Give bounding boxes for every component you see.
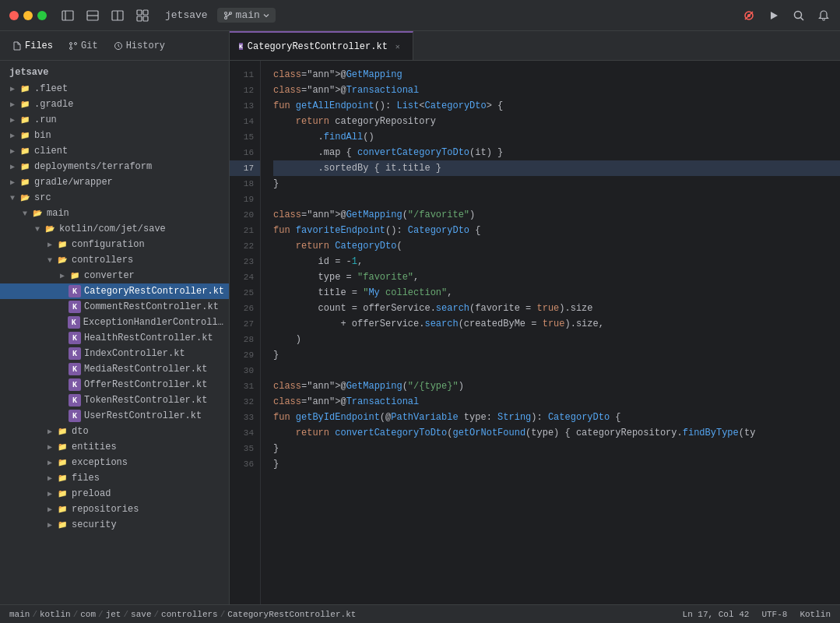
tree-item-label: UserRestController.kt [84, 410, 202, 421]
svg-rect-6 [137, 10, 142, 15]
tree-item-configuration[interactable]: ▶📁configuration [0, 237, 229, 252]
breadcrumb-item-6[interactable]: CategoryRestController.kt [227, 610, 356, 619]
search-icon[interactable] [792, 9, 806, 23]
tree-item-entities[interactable]: ▶📁entities [0, 439, 229, 455]
folder-arrow-icon: ▼ [19, 209, 31, 218]
minimize-button[interactable] [23, 11, 33, 20]
tree-item-security[interactable]: ▶📁security [0, 517, 229, 533]
tree-item-label: controllers [72, 255, 133, 266]
code-line-15: .findAll() [273, 129, 840, 145]
tree-item-label: security [72, 519, 117, 530]
editor-tab-0[interactable]: K CategoryRestController.kt ✕ [230, 31, 413, 60]
sidebar-toggle-icon[interactable] [59, 7, 76, 24]
tree-item-ExceptionHandlerController[interactable]: KExceptionHandlerControlle... [0, 315, 229, 330]
code-area[interactable]: class="ann">@GetMappingclass="ann">@Tran… [261, 61, 840, 604]
recording-icon[interactable] [742, 9, 756, 23]
layout-alt-icon[interactable] [109, 7, 126, 24]
tree-item-bin[interactable]: ▶📁bin [0, 128, 229, 143]
tree-item-label: IndexController.kt [84, 348, 185, 359]
tree-item-CommentRestController[interactable]: KCommentRestController.kt [0, 299, 229, 315]
tree-item-src[interactable]: ▼📂src [0, 190, 229, 206]
code-line-23: id = -1, [273, 254, 840, 269]
tree-item-run[interactable]: ▶📁.run [0, 112, 229, 128]
editor-tab-label: CategoryRestController.kt [248, 41, 388, 52]
tree-item-IndexController[interactable]: KIndexController.kt [0, 346, 229, 361]
editor-tab-close[interactable]: ✕ [392, 41, 403, 52]
tree-item-files[interactable]: ▶📁files [0, 470, 229, 486]
sidebar: Files Git History jetsave [0, 31, 230, 604]
svg-point-18 [70, 42, 72, 44]
folder-icon: 📁 [56, 425, 69, 438]
tree-item-UserRestController[interactable]: KUserRestController.kt [0, 408, 229, 424]
line-number-32: 32 [230, 394, 260, 410]
tree-item-label: repositories [72, 504, 139, 515]
close-button[interactable] [9, 11, 19, 20]
breadcrumb-item-4[interactable]: save [131, 610, 151, 619]
tree-root[interactable]: jetsave [0, 64, 229, 81]
folder-arrow-icon: ▶ [6, 84, 19, 93]
tree-item-TokenRestController[interactable]: KTokenRestController.kt [0, 392, 229, 408]
tree-item-client[interactable]: ▶📁client [0, 143, 229, 159]
code-line-13: fun getAllEndpoint(): List<CategoryDto> … [273, 98, 840, 114]
tab-history[interactable]: History [107, 37, 171, 55]
line-number-26: 26 [230, 301, 260, 316]
tree-item-CategoryRestController[interactable]: KCategoryRestController.kt [0, 283, 229, 299]
code-line-11: class="ann">@GetMapping [273, 67, 840, 83]
layout-icons [59, 7, 151, 24]
chevron-down-icon [263, 12, 269, 19]
folder-icon: 📁 [19, 160, 31, 173]
breadcrumb-sep: / [73, 610, 79, 619]
folder-icon: 📁 [56, 238, 69, 251]
line-number-35: 35 [230, 441, 260, 456]
tree-item-deployments[interactable]: ▶📁deployments/terraform [0, 159, 229, 174]
breadcrumb-item-2[interactable]: com [80, 610, 96, 619]
branch-info[interactable]: main [217, 8, 276, 23]
tree-item-controllers[interactable]: ▼📂controllers [0, 252, 229, 268]
maximize-button[interactable] [37, 11, 47, 20]
tree-item-gradle[interactable]: ▶📁.gradle [0, 97, 229, 112]
tree-item-label: client [34, 146, 68, 157]
grid-icon[interactable] [134, 7, 151, 24]
file-encoding: UTF-8 [761, 610, 787, 619]
tree-item-OfferRestController[interactable]: KOfferRestController.kt [0, 377, 229, 392]
tree-item-exceptions[interactable]: ▶📁exceptions [0, 455, 229, 470]
tree-item-converter[interactable]: ▶📁converter [0, 268, 229, 283]
breadcrumb-item-3[interactable]: jet [106, 610, 121, 619]
line-number-27: 27 [230, 316, 260, 332]
line-number-16: 16 [230, 145, 260, 160]
bell-icon[interactable] [817, 9, 831, 23]
breadcrumb-item-0[interactable]: main [9, 610, 30, 619]
tree-item-fleet[interactable]: ▶📁.fleet [0, 81, 229, 97]
breadcrumb-item-1[interactable]: kotlin [40, 610, 71, 619]
code-line-12: class="ann">@Transactional [273, 83, 840, 98]
line-numbers: 1112131415161718192021222324252627282930… [230, 61, 261, 604]
layout-toggle-icon[interactable] [84, 7, 101, 24]
editor-content[interactable]: 1112131415161718192021222324252627282930… [230, 61, 840, 604]
folder-icon: 📂 [31, 207, 44, 220]
tree-item-main[interactable]: ▼📂main [0, 206, 229, 221]
tree-item-preload[interactable]: ▶📁preload [0, 486, 229, 502]
folder-icon: 📁 [56, 487, 69, 500]
folder-icon: 📂 [19, 192, 31, 204]
kt-file-icon: K [239, 43, 243, 50]
run-icon[interactable] [767, 9, 781, 23]
tab-files[interactable]: Files [6, 37, 59, 55]
tree-item-kotlin-com[interactable]: ▼📂kotlin/com/jet/save [0, 221, 229, 237]
breadcrumb-item-5[interactable]: controllers [161, 610, 218, 619]
folder-icon: 📁 [56, 456, 69, 469]
tab-git[interactable]: Git [62, 37, 104, 55]
tree-item-dto[interactable]: ▶📁dto [0, 424, 229, 439]
tree-item-label: entities [72, 442, 117, 452]
folder-icon: 📁 [69, 269, 81, 282]
tree-item-repositories[interactable]: ▶📁repositories [0, 502, 229, 517]
tree-item-HealthRestController[interactable]: KHealthRestController.kt [0, 330, 229, 346]
tree-item-label: .gradle [34, 99, 73, 110]
editor-tabs: K CategoryRestController.kt ✕ [230, 31, 840, 61]
folder-arrow-icon: ▶ [6, 146, 19, 156]
svg-point-10 [224, 12, 227, 14]
tree-item-MediaRestController[interactable]: KMediaRestController.kt [0, 361, 229, 377]
tree-item-label: OfferRestController.kt [84, 379, 207, 390]
folder-icon: 📁 [19, 176, 31, 188]
svg-point-20 [70, 47, 72, 49]
tree-item-gradle-wrapper[interactable]: ▶📁gradle/wrapper [0, 174, 229, 190]
